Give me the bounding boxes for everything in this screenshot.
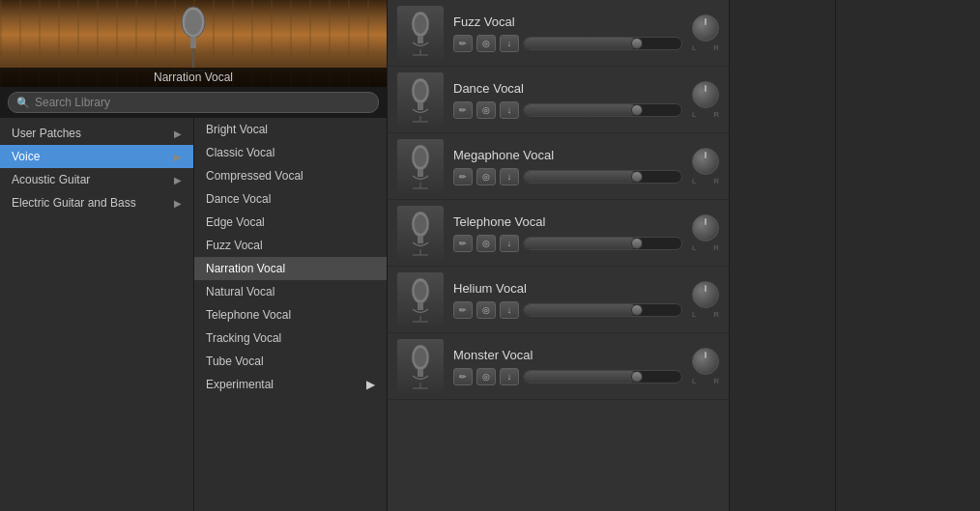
sub-label: Classic Vocal [206,146,274,159]
sub-item-classic-vocal[interactable]: Classic Vocal [194,141,387,164]
download-button[interactable]: ↓ [500,301,519,319]
sub-item-fuzz-vocal[interactable]: Fuzz Vocal [194,234,387,257]
preset-mic-icon [403,75,438,124]
headphones-button[interactable]: ◎ [476,35,496,52]
sub-label: Narration Vocal [206,262,285,275]
volume-knob[interactable] [692,348,719,375]
volume-slider[interactable] [523,303,682,317]
knob-wrap: LR [692,81,719,119]
edit-button[interactable]: ✏ [453,368,473,385]
volume-knob[interactable] [692,81,719,108]
preset-list: Fuzz Vocal ✏ ◎ ↓ LR [387,0,729,511]
preset-info: Helium Vocal ✏ ◎ ↓ [453,281,682,319]
volume-knob[interactable] [692,148,719,175]
headphones-button[interactable]: ◎ [476,101,496,119]
preset-thumb [397,339,444,393]
svg-rect-2 [190,37,196,48]
nav-arrow-icon: ▶ [174,175,182,185]
sub-item-edge-vocal[interactable]: Edge Vocal [194,211,387,234]
sub-arrow-icon: ▶ [366,378,375,391]
sub-item-narration-vocal[interactable]: Narration Vocal [194,257,387,280]
download-button[interactable]: ↓ [500,368,519,385]
svg-point-1 [185,10,202,35]
sub-item-tube-vocal[interactable]: Tube Vocal [194,350,387,373]
search-icon: 🔍 [16,97,30,109]
preset-item-helium-vocal[interactable]: Helium Vocal ✏ ◎ ↓ LR [388,267,729,333]
sub-item-dance-vocal[interactable]: Dance Vocal [194,187,387,211]
preset-item-fuzz-vocal[interactable]: Fuzz Vocal ✏ ◎ ↓ LR [388,0,729,67]
download-button[interactable]: ↓ [500,101,519,119]
svg-rect-29 [418,302,423,310]
preset-name: Monster Vocal [453,348,682,362]
volume-slider[interactable] [523,237,682,250]
preset-mic-icon [403,275,438,324]
nav-item-acoustic-guitar[interactable]: Acoustic Guitar▶ [0,168,193,191]
sub-item-compressed-vocal[interactable]: Compressed Vocal [194,164,387,187]
sub-item-bright-vocal[interactable]: Bright Vocal [194,118,387,141]
preset-item-monster-vocal[interactable]: Monster Vocal ✏ ◎ ↓ LR [388,333,729,400]
preset-info: Dance Vocal ✏ ◎ ↓ [453,81,682,119]
knob-wrap: LR [692,214,719,252]
volume-slider[interactable] [523,170,682,184]
volume-slider[interactable] [523,103,682,117]
nav-item-voice[interactable]: Voice▶ [0,145,193,168]
sub-item-telephone-vocal[interactable]: Telephone Vocal [194,303,387,326]
headphones-button[interactable]: ◎ [476,168,496,185]
headphones-button[interactable]: ◎ [476,235,496,252]
preset-item-megaphone-vocal[interactable]: Megaphone Vocal ✏ ◎ ↓ LR [388,133,729,200]
svg-rect-14 [418,102,423,110]
download-button[interactable]: ↓ [500,168,519,185]
sub-item-experimental[interactable]: Experimental▶ [194,373,387,396]
edit-button[interactable]: ✏ [453,235,473,252]
lr-label: LR [692,110,719,119]
sub-label: Fuzz Vocal [206,239,263,252]
nav-arrow-icon: ▶ [174,128,182,139]
preset-thumb [397,6,444,60]
search-input[interactable] [35,96,370,109]
lr-label: LR [692,377,719,385]
preview-image: Narration Vocal [0,0,387,87]
volume-knob[interactable] [692,14,719,42]
knob-wrap: LR [692,148,719,185]
lr-label: LR [692,43,719,52]
download-button[interactable]: ↓ [500,35,519,52]
edit-button[interactable]: ✏ [453,168,473,185]
preset-controls: ✏ ◎ ↓ [453,301,682,319]
edit-button[interactable]: ✏ [453,301,473,319]
svg-point-23 [415,214,427,234]
preset-controls: ✏ ◎ ↓ [453,35,682,52]
edit-button[interactable]: ✏ [453,101,473,119]
volume-slider[interactable] [523,37,682,50]
sub-item-tracking-vocal[interactable]: Tracking Vocal [194,326,387,350]
sub-item-natural-vocal[interactable]: Natural Vocal [194,280,387,303]
preset-name: Helium Vocal [453,281,682,296]
sub-label: Natural Vocal [206,285,274,298]
edit-button[interactable]: ✏ [453,35,473,52]
preset-item-telephone-vocal[interactable]: Telephone Vocal ✏ ◎ ↓ LR [388,200,729,267]
preset-item-dance-vocal[interactable]: Dance Vocal ✏ ◎ ↓ LR [388,67,729,133]
lr-label: LR [692,243,719,252]
volume-knob[interactable] [692,214,719,241]
preset-mic-icon [403,209,438,257]
preset-mic-icon [403,9,438,57]
svg-point-33 [415,348,427,367]
svg-point-8 [415,14,427,34]
preset-controls: ✏ ◎ ↓ [453,235,682,252]
volume-knob[interactable] [692,281,719,308]
far-right-extra-panel [835,0,980,511]
svg-point-28 [415,281,427,300]
download-button[interactable]: ↓ [500,235,519,252]
nav-item-electric-guitar-bass[interactable]: Electric Guitar and Bass▶ [0,191,193,214]
sub-label: Dance Vocal [206,192,271,206]
nav-item-user-patches[interactable]: User Patches▶ [0,122,193,145]
mic-stand-svg [164,5,222,77]
preset-info: Megaphone Vocal ✏ ◎ ↓ [453,148,682,185]
preset-thumb [397,139,444,193]
sub-label: Compressed Vocal [206,169,303,183]
headphones-button[interactable]: ◎ [476,301,496,319]
sub-label: Tracking Vocal [206,331,281,345]
volume-slider[interactable] [523,370,682,383]
headphones-button[interactable]: ◎ [476,368,496,385]
preset-info: Telephone Vocal ✏ ◎ ↓ [453,214,682,252]
far-right-panel [729,0,835,511]
